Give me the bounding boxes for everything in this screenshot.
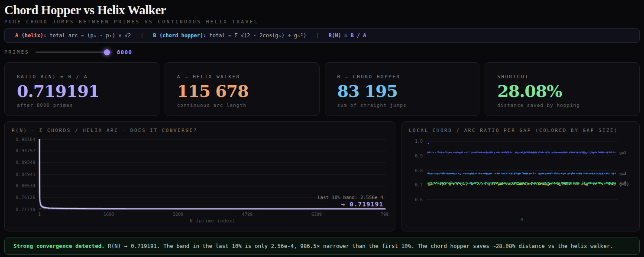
page-title: Chord Hopper vs Helix Walker bbox=[4, 3, 640, 17]
stat-card-label: B — CHORD HOPPER bbox=[337, 74, 467, 80]
primes-slider[interactable] bbox=[36, 51, 112, 53]
stat-card-value: 83 195 bbox=[337, 83, 467, 100]
stat-card-value: 28.08% bbox=[497, 83, 627, 100]
formula-chord-body: total = Σ √(2 - 2cos(gₙ) + gₙ²) bbox=[206, 32, 306, 39]
gap-label-2: g=2 bbox=[619, 151, 626, 155]
gap-ratio-chart-card: LOCAL CHORD / ARC RATIO PER GAP (COLORED… bbox=[401, 121, 640, 231]
outlier-point bbox=[427, 143, 429, 144]
y-gridlines: 1.00.90.80.70.6 bbox=[415, 139, 618, 202]
stat-card-chord-hopper: B — CHORD HOPPER 83 195 sum of straight … bbox=[325, 62, 480, 116]
formula-divider: | bbox=[307, 32, 329, 39]
formula-chord-label: B (chord hopper): bbox=[153, 32, 207, 39]
formula-helix-body: total arc = (pₙ - p₁) × √2 bbox=[46, 32, 131, 39]
svg-text:3200: 3200 bbox=[173, 212, 183, 217]
stat-card-value: 115 678 bbox=[177, 83, 307, 100]
stat-card-caption: after 8000 primes bbox=[17, 103, 147, 108]
stat-cards-row: RATIO R(N) = B / A 0.719191 after 8000 p… bbox=[4, 62, 640, 116]
convergence-chart: 0.981640.937570.893490.849410.805340.761… bbox=[12, 136, 389, 225]
svg-text:N (prime index): N (prime index) bbox=[190, 218, 235, 223]
svg-text:0.98164: 0.98164 bbox=[16, 137, 36, 141]
svg-text:7999: 7999 bbox=[381, 212, 389, 217]
summary-strong-text: Strong convergence detected. bbox=[13, 243, 105, 249]
gap-ratio-chart-title: LOCAL CHORD / ARC RATIO PER GAP (COLORED… bbox=[409, 128, 632, 133]
svg-text:0.7: 0.7 bbox=[415, 183, 423, 187]
primes-label: PRIMES bbox=[4, 49, 29, 55]
primes-value: 8000 bbox=[117, 49, 132, 55]
svg-text:6399: 6399 bbox=[311, 212, 322, 217]
band-annotation: last 10% band: 2.556e-4 bbox=[317, 195, 384, 200]
page-header: Chord Hopper vs Helix Walker PURE CHORD … bbox=[4, 3, 640, 25]
svg-text:0.6: 0.6 bbox=[415, 197, 423, 202]
svg-text:0.8: 0.8 bbox=[415, 168, 423, 173]
limit-annotation: → 0.719191 bbox=[341, 201, 383, 208]
svg-text:1: 1 bbox=[38, 212, 41, 217]
dashboard-root: Chord Hopper vs Helix Walker PURE CHORD … bbox=[4, 3, 640, 255]
formula-divider: | bbox=[131, 32, 153, 39]
svg-text:0.80534: 0.80534 bbox=[16, 183, 36, 188]
gap-label-10: g=10 bbox=[619, 182, 629, 186]
y-gridlines: 0.981640.937570.893490.849410.805340.761… bbox=[16, 137, 386, 212]
charts-row: R(N) = Σ CHORDS / HELIX ARC — DOES IT CO… bbox=[4, 121, 640, 231]
svg-text:0.84941: 0.84941 bbox=[16, 172, 36, 177]
svg-text:4799: 4799 bbox=[242, 212, 252, 217]
x-axis-label: n bbox=[521, 217, 523, 222]
svg-text:1.0: 1.0 bbox=[415, 139, 423, 144]
gap-series-4 bbox=[427, 172, 616, 175]
svg-text:0.71718: 0.71718 bbox=[16, 207, 36, 212]
gap-label-4: g=4 bbox=[619, 172, 626, 176]
stat-card-ratio: RATIO R(N) = B / A 0.719191 after 8000 p… bbox=[4, 62, 159, 116]
controls-row: PRIMES 8000 bbox=[4, 48, 640, 57]
formula-ratio-label: R(N) = B / A bbox=[329, 32, 366, 39]
formula-bar: A (helix): total arc = (pₙ - p₁) × √2 | … bbox=[4, 28, 640, 43]
convergence-chart-card: R(N) = Σ CHORDS / HELIX ARC — DOES IT CO… bbox=[4, 121, 395, 231]
stat-card-caption: continuous arc length bbox=[177, 103, 307, 108]
stat-card-value: 0.719191 bbox=[17, 83, 147, 100]
svg-text:0.9: 0.9 bbox=[415, 154, 423, 158]
page-subtitle: PURE CHORD JUMPS BETWEEN PRIMES VS CONTI… bbox=[4, 19, 640, 25]
svg-text:0.76126: 0.76126 bbox=[16, 195, 36, 200]
convergence-summary-bar: Strong convergence detected. R(N) → 0.71… bbox=[4, 238, 640, 255]
stat-card-shortcut: SHORTCUT 28.08% distance saved by hoppin… bbox=[485, 62, 640, 116]
x-tick-labels: 116003200479963997999N (prime index) bbox=[38, 212, 389, 223]
svg-text:1600: 1600 bbox=[104, 212, 114, 217]
stat-card-label: SHORTCUT bbox=[497, 74, 627, 80]
gap-series-2 bbox=[427, 151, 615, 154]
stat-card-label: A — HELIX WALKER bbox=[177, 74, 307, 80]
gap-ratio-chart: 1.00.90.80.70.6g=2g=4g=6g=8g=10n bbox=[409, 136, 633, 225]
stat-card-helix-walker: A — HELIX WALKER 115 678 continuous arc … bbox=[165, 62, 320, 116]
convergence-chart-title: R(N) = Σ CHORDS / HELIX ARC — DOES IT CO… bbox=[12, 128, 388, 133]
stat-card-label: RATIO R(N) = B / A bbox=[17, 74, 147, 80]
stat-card-caption: distance saved by hopping bbox=[497, 103, 627, 108]
stat-card-caption: sum of straight jumps bbox=[337, 103, 467, 108]
svg-text:0.93757: 0.93757 bbox=[16, 148, 36, 153]
formula-helix-label: A (helix): bbox=[15, 32, 46, 39]
summary-rest-text: R(N) → 0.719191. The band in the last 10… bbox=[105, 243, 613, 249]
svg-text:0.89349: 0.89349 bbox=[16, 160, 36, 165]
